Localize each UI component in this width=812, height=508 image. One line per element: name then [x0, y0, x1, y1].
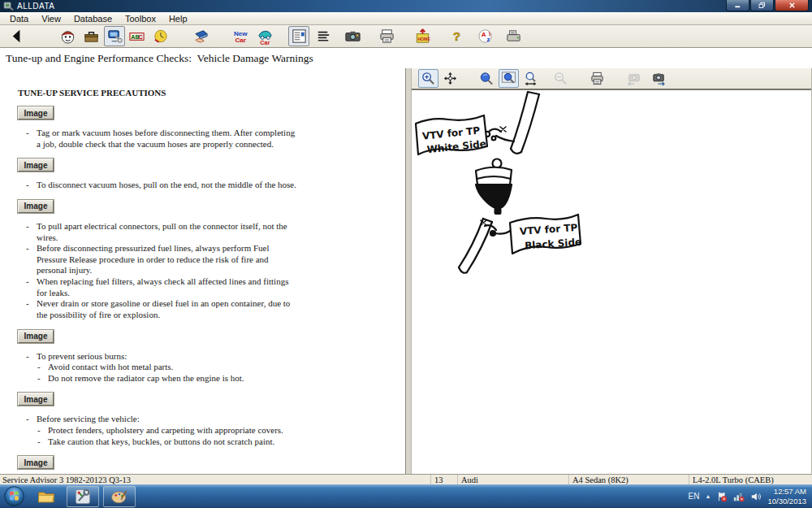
new-car-icon[interactable]: NewCar: [231, 26, 252, 46]
alldata-window: ALLDATA DataViewDatabaseToolboxHelp ABCN…: [0, 0, 812, 508]
viewer-toolbar: [412, 68, 811, 90]
system-tray: EN ▲ 12:57 AM 10/30/2013: [689, 487, 812, 506]
menu-bar: DataViewDatabaseToolboxHelp: [0, 12, 812, 25]
main-toolbar: ABCNewCarCarHOME?Az: [0, 25, 812, 48]
menu-item-data[interactable]: Data: [3, 14, 35, 24]
previous-image-icon: [624, 69, 644, 88]
bullet-list: -To pull apart electrical connectors, pu…: [18, 221, 399, 321]
home-icon[interactable]: HOME: [412, 26, 433, 46]
car-return-icon[interactable]: Car: [254, 26, 275, 46]
panel-splitter[interactable]: [405, 68, 412, 474]
svg-text:z: z: [486, 36, 490, 43]
next-image-icon[interactable]: [649, 69, 669, 88]
doc-title-bar: Tune-up and Engine Performance Checks: V…: [0, 48, 812, 71]
bullet-item: -Before servicing the vehicle:: [18, 414, 399, 425]
sub-bullet-item: -Do not remove the radiator cap when the…: [18, 373, 399, 384]
menu-item-help[interactable]: Help: [162, 14, 194, 24]
image-button[interactable]: Image: [18, 456, 54, 469]
bullet-item: -When replacing fuel filters, always che…: [18, 276, 399, 298]
fit-window-icon[interactable]: [499, 69, 519, 88]
article-body: Image-Tag or mark vacuum hoses before di…: [18, 106, 399, 474]
sub-bullet-item: -Take caution that keys, buckles, or but…: [18, 436, 399, 448]
action-center-flag-icon[interactable]: [716, 491, 728, 502]
abc-blocks-icon[interactable]: ABC: [126, 26, 147, 46]
zoom-actual-icon[interactable]: [477, 69, 497, 88]
window-title: ALLDATA: [17, 2, 54, 11]
start-button[interactable]: [2, 484, 26, 508]
menu-item-toolbox[interactable]: Toolbox: [119, 14, 162, 24]
bullet-item: -To prevent serious burns:: [18, 351, 399, 363]
page-title: Tune-up and Engine Performance Checks: V…: [6, 52, 313, 65]
bullet-item: -To disconnect vacuum hoses, pull on the…: [18, 180, 399, 191]
camera-view-icon[interactable]: [342, 26, 363, 46]
status-bar: Service Advisor 3 1982-20123 Q3-13 13 Au…: [0, 474, 812, 485]
toolbox-icon[interactable]: [80, 26, 102, 46]
svg-text:Car: Car: [260, 40, 270, 45]
hand-data-icon[interactable]: [190, 26, 211, 46]
language-indicator[interactable]: EN: [689, 492, 700, 501]
help-icon[interactable]: ?: [446, 26, 467, 46]
bullet-item: -Before disconnecting pressurized fuel l…: [18, 243, 399, 276]
bullet-list: -Tag or mark vacuum hoses before disconn…: [18, 128, 399, 150]
article-view-icon[interactable]: [288, 26, 309, 46]
sub-bullet-item: -Protect fenders, upholstery and carpeti…: [18, 425, 399, 436]
clock-date: 10/30/2013: [767, 497, 806, 506]
image-button[interactable]: Image: [18, 393, 54, 406]
fit-width-icon[interactable]: [520, 69, 541, 88]
back-arrow-icon[interactable]: [6, 26, 28, 46]
taskbar-apps: [26, 486, 136, 507]
clock-time: 12:57 AM: [767, 487, 806, 497]
taskbar: EN ▲ 12:57 AM 10/30/2013: [0, 484, 812, 508]
image-button[interactable]: Image: [18, 330, 54, 343]
print-icon[interactable]: [376, 26, 397, 46]
image-button[interactable]: Image: [18, 200, 54, 213]
paint-taskbar-icon[interactable]: [103, 486, 136, 507]
bullet-list: -To prevent serious burns:-Avoid contact…: [18, 351, 399, 384]
sub-bullet-item: -Avoid contact with hot metal parts.: [18, 362, 399, 373]
svg-text:C: C: [138, 34, 142, 41]
menu-item-view[interactable]: View: [35, 14, 67, 24]
alldata-taskbar-icon[interactable]: [67, 486, 99, 507]
title-bar: ALLDATA: [0, 0, 812, 12]
minimize-button[interactable]: [726, 0, 749, 11]
menu-item-database[interactable]: Database: [67, 14, 119, 24]
zoom-out-icon: [551, 69, 571, 88]
diagram-canvas[interactable]: VTV for TP White Side VTV for TP Black S…: [412, 90, 811, 474]
bullet-list: -To disconnect vacuum hoses, pull on the…: [18, 180, 399, 191]
svg-text:Car: Car: [235, 37, 246, 44]
clock[interactable]: 12:57 AM 10/30/2013: [767, 487, 806, 506]
bullet-item: -Tag or mark vacuum hoses before disconn…: [18, 128, 399, 150]
network-icon[interactable]: [733, 491, 745, 502]
zoom-in-icon[interactable]: [418, 69, 438, 88]
svg-text:HOME: HOME: [417, 37, 430, 41]
restore-button[interactable]: [750, 0, 774, 11]
hidden-icons-chevron[interactable]: ▲: [706, 493, 711, 499]
image-viewer-panel: VTV for TP White Side VTV for TP Black S…: [412, 68, 812, 474]
alldata-app-icon: [3, 1, 14, 11]
pan-icon[interactable]: [440, 69, 460, 88]
svg-text:?: ?: [452, 29, 460, 43]
az-index-icon[interactable]: Az: [475, 26, 496, 46]
svg-text:A: A: [481, 31, 486, 38]
fax-icon[interactable]: [503, 26, 524, 46]
window-controls: [726, 0, 809, 11]
text-view-icon[interactable]: [313, 26, 334, 46]
article-heading: TUNE-UP SERVICE PRECAUTIONS: [18, 88, 399, 98]
close-button[interactable]: [775, 0, 809, 11]
service-clock-icon[interactable]: [149, 26, 171, 46]
image-button[interactable]: Image: [18, 158, 54, 172]
image-button[interactable]: Image: [18, 106, 54, 119]
bullet-item: -To pull apart electrical connectors, pu…: [18, 221, 399, 243]
explorer-taskbar-icon[interactable]: [30, 486, 63, 507]
content-area: TUNE-UP SERVICE PRECAUTIONS Image-Tag or…: [0, 68, 812, 474]
article-panel: TUNE-UP SERVICE PRECAUTIONS Image-Tag or…: [0, 68, 405, 474]
volume-icon[interactable]: [750, 491, 762, 502]
bullet-list: -Before servicing the vehicle:-Protect f…: [18, 414, 399, 447]
print-image-icon[interactable]: [587, 69, 607, 88]
assistant-face-icon[interactable]: [57, 26, 78, 46]
vehicle-search-icon[interactable]: [104, 26, 125, 46]
bullet-item: -Never drain or store gasoline or diesel…: [18, 298, 399, 320]
